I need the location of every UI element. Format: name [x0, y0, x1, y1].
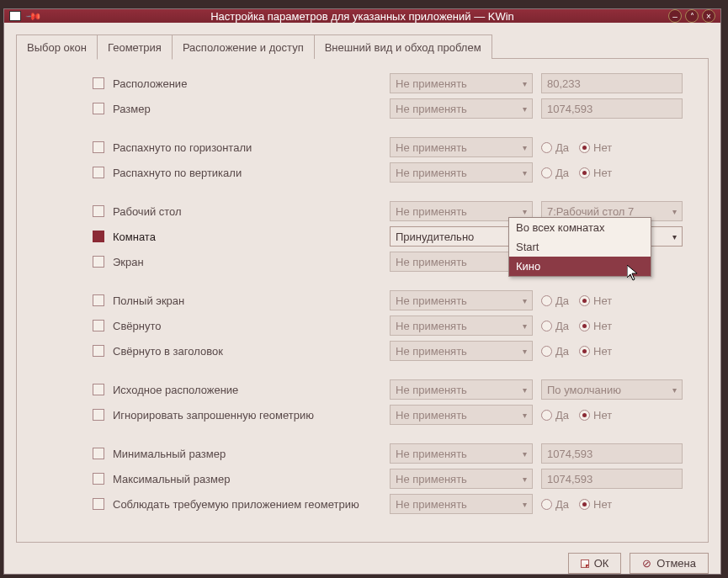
radio-shaded: Да Нет: [541, 345, 683, 358]
checkbox-size[interactable]: [93, 103, 104, 114]
radio-max-v-yes[interactable]: Да: [541, 167, 569, 179]
radio-fullscreen: Да Нет: [541, 294, 683, 307]
tab-placement[interactable]: Расположение и доступ: [172, 34, 315, 59]
checkbox-ignore-geom[interactable]: [93, 409, 104, 421]
content-area: Выбор окон Геометрия Расположение и дост…: [4, 23, 720, 543]
input-size-value[interactable]: 1074,593: [541, 98, 683, 119]
tab-panel-geometry: Расположение Не применять 80,233 Размер …: [16, 58, 709, 543]
titlebar-buttons: – ˄ ×: [668, 9, 715, 23]
tab-appearance[interactable]: Внешний вид и обход проблем: [314, 34, 492, 59]
radio-strict-geom-yes[interactable]: Да: [541, 498, 569, 511]
ok-button[interactable]: ОК: [568, 553, 622, 574]
label-init-pos: Исходное расположение: [113, 384, 238, 396]
minimize-button[interactable]: –: [668, 9, 682, 23]
combo-max-h-rule[interactable]: Не применять: [390, 137, 533, 157]
button-bar: ОК Отмена: [4, 543, 720, 578]
radio-max-v: Да Нет: [541, 167, 683, 179]
combo-min-size-rule[interactable]: Не применять: [390, 443, 533, 464]
radio-ignore-geom-yes[interactable]: Да: [541, 409, 569, 422]
combo-max-v-rule[interactable]: Не применять: [390, 162, 533, 183]
label-shaded: Свёрнуто в заголовок: [113, 345, 223, 358]
cancel-button[interactable]: Отмена: [630, 553, 709, 574]
combo-size-rule[interactable]: Не применять: [390, 98, 533, 119]
group-limits: Минимальный размер Не применять 1074,593…: [25, 441, 683, 517]
radio-shaded-no[interactable]: Нет: [579, 345, 612, 358]
group-placement: Исходное расположение Не применять По ум…: [25, 377, 683, 427]
window-title: Настройка параметров для указанных прило…: [210, 10, 514, 23]
radio-fullscreen-yes[interactable]: Да: [541, 294, 569, 307]
row-max-size: Максимальный размер Не применять 1074,59…: [25, 466, 683, 491]
dropdown-item-all-rooms[interactable]: Во всех комнатах: [509, 218, 651, 237]
dropdown-item-cinema[interactable]: Кино: [509, 257, 651, 276]
radio-ignore-geom: Да Нет: [541, 409, 683, 422]
combo-position-rule[interactable]: Не применять: [390, 73, 533, 93]
label-strict-geom: Соблюдать требуемую приложением геометри…: [113, 498, 359, 511]
radio-strict-geom-no[interactable]: Нет: [579, 498, 612, 511]
dialog-window: 📌 Настройка параметров для указанных при…: [3, 8, 721, 575]
label-screen: Экран: [113, 256, 144, 268]
checkbox-init-pos[interactable]: [93, 384, 104, 395]
label-max-size: Максимальный размер: [113, 473, 230, 485]
pin-icon[interactable]: 📌: [25, 8, 43, 25]
checkbox-max-h[interactable]: [93, 141, 104, 153]
radio-ignore-geom-no[interactable]: Нет: [579, 409, 612, 422]
checkbox-screen[interactable]: [93, 256, 104, 268]
label-ignore-geom: Игнорировать запрошенную геометрию: [113, 409, 314, 422]
checkbox-max-v[interactable]: [93, 167, 104, 178]
combo-max-size-rule[interactable]: Не применять: [390, 469, 533, 489]
label-size: Размер: [113, 103, 151, 115]
checkbox-position[interactable]: [93, 77, 104, 89]
radio-minimized-no[interactable]: Нет: [579, 320, 612, 332]
checkbox-room[interactable]: [93, 231, 104, 242]
combo-minimized-rule[interactable]: Не применять: [390, 316, 533, 336]
input-max-size[interactable]: 1074,593: [541, 469, 683, 489]
radio-minimized: Да Нет: [541, 320, 683, 332]
radio-minimized-yes[interactable]: Да: [541, 320, 569, 332]
combo-init-pos-rule[interactable]: Не применять: [390, 379, 533, 400]
checkbox-shaded[interactable]: [93, 345, 104, 357]
checkbox-fullscreen[interactable]: [93, 294, 104, 306]
maximize-button[interactable]: ˄: [685, 9, 699, 23]
radio-shaded-yes[interactable]: Да: [541, 345, 569, 358]
dropdown-item-start[interactable]: Start: [509, 237, 651, 257]
radio-fullscreen-no[interactable]: Нет: [579, 294, 612, 307]
combo-shaded-rule[interactable]: Не применять: [390, 341, 533, 361]
label-max-v: Распахнуто по вертикали: [113, 167, 242, 179]
row-max-v: Распахнуто по вертикали Не применять Да …: [25, 160, 683, 185]
tab-geometry[interactable]: Геометрия: [97, 34, 173, 60]
label-min-size: Минимальный размер: [113, 448, 226, 460]
checkbox-min-size[interactable]: [93, 448, 104, 459]
radio-max-h-yes[interactable]: Да: [541, 141, 569, 154]
radio-max-v-no[interactable]: Нет: [579, 167, 612, 179]
checkbox-max-size[interactable]: [93, 473, 104, 485]
combo-ignore-geom-rule[interactable]: Не применять: [390, 405, 533, 425]
label-minimized: Свёрнуто: [113, 320, 161, 332]
label-room: Комната: [113, 231, 156, 243]
group-size-pos: Расположение Не применять 80,233 Размер …: [25, 71, 683, 121]
tabs: Выбор окон Геометрия Расположение и дост…: [16, 34, 709, 59]
combo-init-pos-value[interactable]: По умолчанию: [541, 379, 683, 400]
tab-window-select[interactable]: Выбор окон: [16, 34, 98, 59]
input-min-size[interactable]: 1074,593: [541, 443, 683, 464]
input-position-value[interactable]: 80,233: [541, 73, 683, 93]
app-icon: [9, 11, 21, 21]
ok-icon: [581, 559, 589, 568]
checkbox-desktop[interactable]: [93, 205, 104, 217]
combo-strict-geom-rule[interactable]: Не применять: [390, 494, 533, 514]
group-maximize: Распахнуто по горизонтали Не применять Д…: [25, 135, 683, 185]
combo-fullscreen-rule[interactable]: Не применять: [390, 290, 533, 310]
room-dropdown-popup: Во всех комнатах Start Кино: [508, 217, 651, 277]
checkbox-strict-geom[interactable]: [93, 498, 104, 510]
close-button[interactable]: ×: [702, 9, 715, 23]
checkbox-minimized[interactable]: [93, 320, 104, 331]
row-max-h: Распахнуто по горизонтали Не применять Д…: [25, 135, 683, 160]
row-strict-geom: Соблюдать требуемую приложением геометри…: [25, 491, 683, 517]
label-max-h: Распахнуто по горизонтали: [113, 141, 252, 154]
radio-max-h: Да Нет: [541, 141, 683, 154]
label-position: Расположение: [113, 77, 187, 90]
row-minimized: Свёрнуто Не применять Да Нет: [25, 313, 683, 338]
row-size: Размер Не применять 1074,593: [25, 96, 683, 121]
label-desktop: Рабочий стол: [113, 205, 182, 218]
radio-max-h-no[interactable]: Нет: [579, 141, 612, 154]
group-state: Полный экран Не применять Да Нет Свёрнут…: [25, 288, 683, 363]
